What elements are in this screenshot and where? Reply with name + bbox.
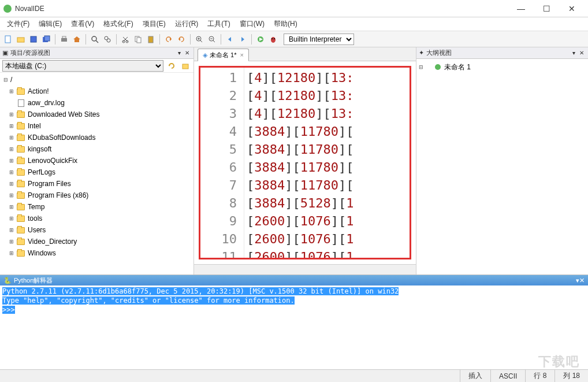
svg-rect-5 <box>61 38 67 42</box>
titlebar: NovalIDE — ☐ ✕ <box>0 0 588 17</box>
expand-icon[interactable]: ⊞ <box>8 88 15 95</box>
expand-icon[interactable]: ⊞ <box>8 146 15 153</box>
menu-item[interactable]: 运行(R) <box>170 18 203 30</box>
panel-minimize-icon[interactable]: ▾ <box>570 49 578 57</box>
run-icon[interactable] <box>255 34 266 45</box>
tree-row[interactable]: ⊞tools <box>0 213 193 224</box>
expand-icon[interactable]: ⊞ <box>8 157 15 164</box>
save-all-icon[interactable] <box>40 34 52 45</box>
tree-row[interactable]: ⊞Video_Directory <box>0 236 193 247</box>
expand-icon[interactable]: ⊞ <box>8 227 15 233</box>
tree-row[interactable]: ⊞Program Files (x86) <box>0 190 193 201</box>
folder-icon <box>16 87 25 95</box>
menu-item[interactable]: 查看(V) <box>66 18 99 30</box>
tree-label: Downloaded Web Sites <box>28 110 100 118</box>
tree-row[interactable]: ⊞Temp <box>0 201 193 213</box>
menu-item[interactable]: 格式化(F) <box>99 18 137 30</box>
project-panel-header: ▣ 项目/资源视图 ▾ ✕ <box>0 47 193 59</box>
tree-row[interactable]: ⊞KDubaSoftDownloads <box>0 132 193 143</box>
tree-row[interactable]: aow_drv.log <box>0 97 193 109</box>
minimize-button[interactable]: — <box>508 0 534 17</box>
outline-item[interactable]: ⊟ 未命名 1 <box>419 61 586 73</box>
horizontal-scrollbar[interactable] <box>194 264 416 275</box>
expand-icon[interactable]: ⊞ <box>8 134 15 141</box>
refresh-icon[interactable] <box>166 60 177 72</box>
find-files-icon[interactable] <box>102 34 113 45</box>
svg-point-32 <box>271 37 276 43</box>
copy-icon[interactable] <box>132 34 144 45</box>
zoom-in-icon[interactable] <box>193 34 205 45</box>
nav-forward-icon[interactable] <box>237 34 248 45</box>
tree-label: Windows <box>28 249 56 257</box>
menu-item[interactable]: 帮助(H) <box>269 18 302 30</box>
editor-tab[interactable]: ◈ 未命名 1* × <box>198 49 249 61</box>
tree-row[interactable]: ⊞kingsoft <box>0 143 193 155</box>
outline-icon: ✦ <box>419 49 424 57</box>
tree-row[interactable]: ⊞Intel <box>0 120 193 132</box>
outline-title: 大纲视图 <box>426 49 570 57</box>
debug-icon[interactable] <box>267 34 279 45</box>
drive-select[interactable]: 本地磁盘 (C:) <box>2 60 163 72</box>
expand-icon[interactable]: ⊞ <box>8 111 15 118</box>
svg-point-33 <box>271 38 273 39</box>
menu-item[interactable]: 文件(F) <box>2 18 34 30</box>
close-button[interactable]: ✕ <box>559 0 585 17</box>
new-file-icon[interactable] <box>2 34 14 45</box>
tree-row[interactable]: ⊞Downloaded Web Sites <box>0 109 193 120</box>
panel-close-icon[interactable]: ✕ <box>183 49 191 57</box>
expand-icon[interactable]: ⊞ <box>8 169 15 176</box>
interpreter-select[interactable]: Builtin Interpreter <box>284 34 354 45</box>
tree-row[interactable]: ⊞LenovoQuickFix <box>0 155 193 166</box>
tab-close-icon[interactable]: × <box>240 51 243 58</box>
tree-root[interactable]: ⊟ / <box>0 74 193 86</box>
zoom-out-icon[interactable] <box>206 34 218 45</box>
expand-icon[interactable]: ⊞ <box>8 192 15 199</box>
open-icon[interactable] <box>15 34 27 45</box>
maximize-button[interactable]: ☐ <box>534 0 559 17</box>
tree-row[interactable]: ⊞Program Files <box>0 178 193 190</box>
project-panel: ▣ 项目/资源视图 ▾ ✕ 本地磁盘 (C:) ⊟ / ⊞Action!aow_… <box>0 47 194 275</box>
menu-item[interactable]: 编辑(E) <box>34 18 66 30</box>
panel-minimize-icon[interactable]: ▾ <box>175 49 183 57</box>
outline-panel-header: ✦ 大纲视图 ▾ ✕ <box>416 47 588 59</box>
file-tree[interactable]: ⊟ / ⊞Action!aow_drv.log⊞Downloaded Web S… <box>0 73 193 275</box>
outline-panel: ✦ 大纲视图 ▾ ✕ ⊟ 未命名 1 <box>416 47 588 275</box>
menu-item[interactable]: 窗口(W) <box>235 18 269 30</box>
expand-icon[interactable]: ⊞ <box>8 203 15 210</box>
console-output[interactable]: Python 2.7.11 (v2.7.11:6d1b6a68f775, Dec… <box>0 285 588 369</box>
menu-item[interactable]: 工具(T) <box>203 18 235 30</box>
expand-icon[interactable]: ⊞ <box>8 123 15 129</box>
tree-row[interactable]: ⊞Windows <box>0 247 193 259</box>
collapse-icon[interactable]: ⊟ <box>419 64 426 70</box>
svg-rect-18 <box>148 36 153 43</box>
folder-icon <box>16 249 25 257</box>
expand-icon[interactable]: ⊞ <box>8 180 15 187</box>
nav-back-icon[interactable] <box>224 34 236 45</box>
panel-close-icon[interactable]: ✕ <box>579 277 585 284</box>
drive-selector-row: 本地磁盘 (C:) <box>0 59 193 73</box>
redo-icon[interactable] <box>176 34 187 45</box>
new-folder-icon[interactable] <box>180 60 191 72</box>
folder-icon <box>16 191 25 199</box>
tree-row[interactable]: ⊞PerfLogs <box>0 166 193 178</box>
find-icon[interactable] <box>89 34 101 45</box>
undo-icon[interactable] <box>163 34 174 45</box>
tree-row[interactable]: ⊞Action! <box>0 86 193 97</box>
expand-icon[interactable]: ⊞ <box>8 215 15 222</box>
svg-point-8 <box>92 36 96 41</box>
menu-item[interactable]: 项目(E) <box>138 18 170 30</box>
tree-label: Users <box>28 226 46 234</box>
save-icon[interactable] <box>28 34 39 45</box>
home-icon[interactable] <box>71 34 83 45</box>
svg-point-34 <box>274 38 275 39</box>
cut-icon[interactable] <box>120 34 131 45</box>
expand-icon[interactable]: ⊞ <box>8 250 15 257</box>
expand-icon[interactable] <box>8 99 15 106</box>
print-icon[interactable] <box>58 34 70 45</box>
code-area[interactable]: [4][12180][13:[4][12180][13:[4][12180][1… <box>244 68 410 258</box>
paste-icon[interactable] <box>145 34 157 45</box>
tree-row[interactable]: ⊞Users <box>0 224 193 236</box>
expand-icon[interactable]: ⊞ <box>8 238 15 245</box>
collapse-icon[interactable]: ⊟ <box>2 76 9 83</box>
panel-close-icon[interactable]: ✕ <box>578 49 586 57</box>
